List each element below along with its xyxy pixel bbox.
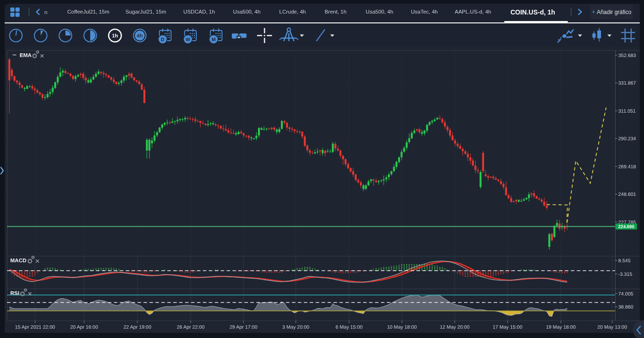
- svg-text:352.683: 352.683: [618, 53, 636, 58]
- svg-text:W: W: [186, 37, 190, 43]
- svg-text:EMA: EMA: [20, 53, 32, 58]
- svg-text:6 May 15:00: 6 May 15:00: [336, 324, 363, 330]
- svg-text:1h: 1h: [112, 33, 118, 39]
- svg-text:331.867: 331.867: [618, 80, 636, 86]
- svg-text:D: D: [161, 37, 165, 43]
- svg-text:248.601: 248.601: [618, 192, 636, 197]
- svg-text:MACD: MACD: [10, 258, 27, 264]
- svg-text:4h: 4h: [137, 33, 143, 39]
- svg-text:29 Apr 17:00: 29 Apr 17:00: [229, 324, 258, 330]
- svg-text:311.051: 311.051: [618, 108, 636, 114]
- svg-text:20 Apr 16:00: 20 Apr 16:00: [70, 324, 98, 330]
- svg-text:26 Apr 22:00: 26 Apr 22:00: [177, 324, 205, 330]
- svg-text:15 Apr 2021 22:00: 15 Apr 2021 22:00: [15, 324, 55, 330]
- svg-text:20 May 13:00: 20 May 13:00: [597, 324, 627, 330]
- svg-text:RSI: RSI: [10, 291, 19, 296]
- svg-text:38.860: 38.860: [618, 304, 633, 310]
- svg-text:224.690: 224.690: [618, 224, 634, 230]
- svg-text:M: M: [212, 37, 216, 43]
- svg-text:8.545: 8.545: [618, 258, 630, 264]
- svg-text:17 May 15:00: 17 May 15:00: [493, 324, 522, 330]
- svg-text:74.005: 74.005: [618, 291, 633, 297]
- svg-text:10 May 18:00: 10 May 18:00: [387, 324, 417, 330]
- svg-text:12 May 20:00: 12 May 20:00: [440, 324, 470, 330]
- svg-text:19 May 18:00: 19 May 18:00: [546, 324, 576, 330]
- svg-text:269.418: 269.418: [618, 164, 636, 170]
- svg-text:3 May 20:00: 3 May 20:00: [282, 324, 309, 330]
- svg-text:-3.315: -3.315: [618, 272, 632, 277]
- svg-text:290.234: 290.234: [618, 136, 636, 142]
- svg-text:22 Apr 19:00: 22 Apr 19:00: [123, 324, 151, 330]
